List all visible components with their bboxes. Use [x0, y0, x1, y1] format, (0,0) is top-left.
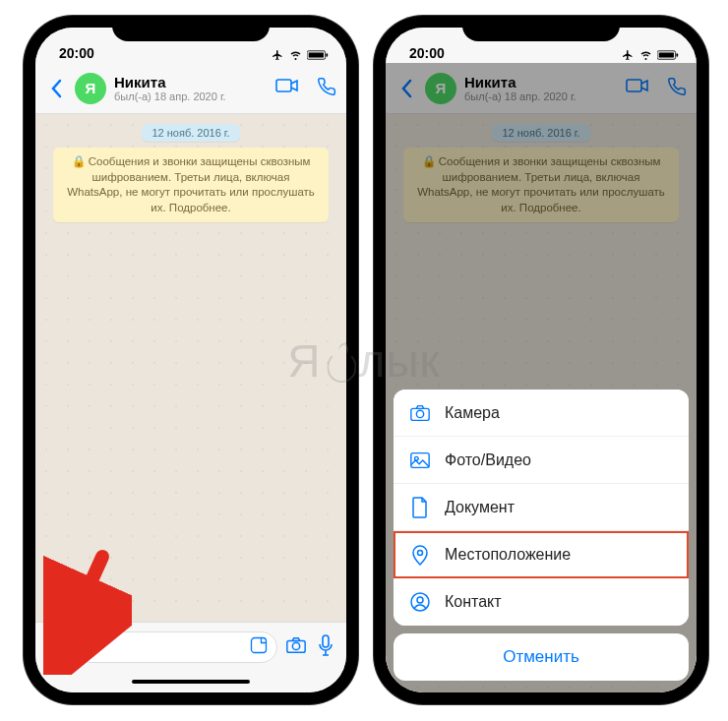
- sheet-cancel-button[interactable]: Отменить: [394, 633, 689, 681]
- battery-icon: [307, 49, 329, 61]
- svg-point-13: [416, 410, 423, 417]
- sheet-item-photo[interactable]: Фото/Видео: [394, 437, 689, 484]
- sheet-item-location[interactable]: Местоположение: [394, 531, 689, 578]
- chat-body[interactable]: 12 нояб. 2016 г. 🔒 Сообщения и звонки за…: [35, 114, 346, 622]
- notch: [112, 16, 270, 41]
- airplane-icon: [621, 49, 635, 61]
- contact-block[interactable]: Никита был(-а) 18 апр. 2020 г.: [464, 74, 618, 103]
- avatar[interactable]: Я: [75, 73, 106, 104]
- contact-last-seen: был(-а) 18 апр. 2020 г.: [464, 90, 618, 103]
- svg-rect-14: [411, 452, 429, 467]
- sheet-item-label: Местоположение: [445, 546, 571, 564]
- attach-button[interactable]: +: [45, 633, 67, 661]
- wifi-icon: [288, 49, 303, 61]
- date-chip: 12 нояб. 2016 г.: [142, 124, 239, 142]
- battery-icon: [657, 49, 679, 61]
- location-icon: [409, 544, 431, 566]
- status-icons: [621, 49, 679, 61]
- contact-name: Никита: [464, 74, 618, 90]
- attachment-action-sheet: Камера Фото/Видео Документ: [394, 390, 689, 681]
- phone-frame-right: 20:00 Я Никита был(-а) 18 апр. 2020 г.: [374, 16, 708, 704]
- encryption-notice[interactable]: 🔒 Сообщения и звонки защищены сквозным ш…: [53, 148, 329, 222]
- action-sheet-group: Камера Фото/Видео Документ: [394, 390, 689, 626]
- notch: [462, 16, 620, 41]
- status-time: 20:00: [59, 45, 94, 61]
- svg-rect-10: [676, 53, 678, 56]
- encryption-notice[interactable]: 🔒 Сообщения и звонки защищены сквозным ш…: [403, 148, 679, 222]
- video-call-button[interactable]: [275, 77, 299, 100]
- navbar: Я Никита был(-а) 18 апр. 2020 г.: [386, 63, 697, 114]
- message-input[interactable]: [75, 631, 277, 663]
- voice-call-button[interactable]: [317, 77, 336, 100]
- navbar: Я Никита был(-а) 18 апр. 2020 г.: [35, 63, 346, 114]
- back-button[interactable]: [395, 79, 417, 98]
- svg-point-16: [418, 550, 423, 555]
- screen-right: 20:00 Я Никита был(-а) 18 апр. 2020 г.: [386, 28, 697, 692]
- camera-shortcut-button[interactable]: [285, 635, 307, 659]
- sheet-item-contact[interactable]: Контакт: [394, 578, 689, 626]
- mic-button[interactable]: [315, 634, 336, 660]
- sheet-item-label: Фото/Видео: [445, 451, 531, 469]
- svg-rect-4: [252, 637, 267, 652]
- contact-icon: [409, 591, 431, 613]
- back-button[interactable]: [45, 79, 67, 98]
- status-time: 20:00: [409, 45, 445, 61]
- status-icons: [271, 49, 329, 61]
- svg-rect-1: [309, 52, 324, 57]
- wifi-icon: [638, 49, 653, 61]
- airplane-icon: [271, 49, 284, 61]
- contact-block[interactable]: Никита был(-а) 18 апр. 2020 г.: [114, 74, 268, 103]
- screen-left: 20:00 Я Никита был(-а) 18 апр. 2020 г.: [35, 28, 346, 692]
- svg-rect-7: [323, 635, 329, 647]
- contact-last-seen: был(-а) 18 апр. 2020 г.: [114, 90, 268, 103]
- sticker-icon[interactable]: [249, 635, 269, 659]
- svg-rect-11: [627, 80, 641, 91]
- svg-rect-3: [276, 80, 291, 91]
- svg-point-18: [417, 597, 423, 603]
- avatar[interactable]: Я: [425, 73, 456, 104]
- voice-call-button[interactable]: [667, 77, 687, 100]
- sheet-item-label: Контакт: [445, 593, 502, 611]
- svg-point-6: [292, 642, 299, 649]
- photo-icon: [409, 450, 431, 471]
- home-indicator[interactable]: [35, 671, 346, 692]
- date-chip: 12 нояб. 2016 г.: [492, 124, 589, 142]
- sheet-item-document[interactable]: Документ: [394, 484, 689, 531]
- video-call-button[interactable]: [626, 77, 649, 100]
- phone-frame-left: 20:00 Я Никита был(-а) 18 апр. 2020 г.: [24, 16, 358, 704]
- input-bar: +: [35, 622, 346, 671]
- sheet-item-label: Документ: [445, 499, 515, 516]
- document-icon: [409, 497, 431, 518]
- svg-rect-9: [659, 52, 674, 57]
- contact-name: Никита: [114, 74, 268, 90]
- sheet-item-label: Камера: [445, 404, 500, 422]
- camera-icon: [409, 402, 431, 424]
- svg-rect-2: [326, 53, 328, 56]
- sheet-item-camera[interactable]: Камера: [394, 390, 689, 437]
